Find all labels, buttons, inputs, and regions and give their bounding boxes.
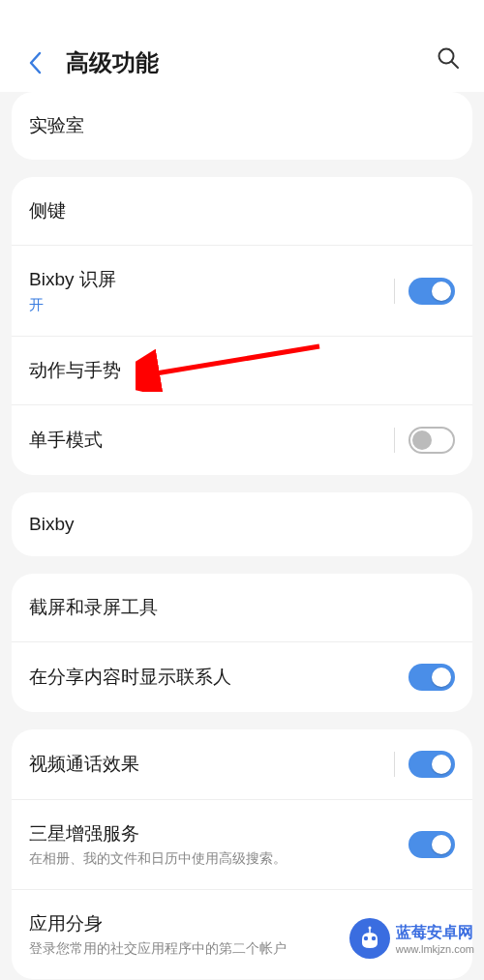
row-bixby-vision[interactable]: Bixby 识屏 开 xyxy=(12,246,472,337)
bixby-vision-label: Bixby 识屏 xyxy=(29,267,394,292)
row-screenshot[interactable]: 截屏和录屏工具 xyxy=(12,574,472,642)
watermark-url: www.lmkjzn.com xyxy=(396,943,474,955)
video-effect-toggle[interactable] xyxy=(408,751,455,778)
screenshot-label: 截屏和录屏工具 xyxy=(29,595,455,620)
one-hand-label: 单手模式 xyxy=(29,428,394,453)
section-labs: 实验室 xyxy=(12,92,472,160)
samsung-enhance-sub: 在相册、我的文件和日历中使用高级搜索。 xyxy=(29,850,408,868)
svg-line-1 xyxy=(452,62,458,68)
video-effect-label: 视频通话效果 xyxy=(29,752,394,777)
row-samsung-enhance[interactable]: 三星增强服务 在相册、我的文件和日历中使用高级搜索。 xyxy=(12,800,472,890)
watermark-icon xyxy=(349,918,390,959)
divider xyxy=(394,279,395,304)
divider xyxy=(394,428,395,453)
watermark-title: 蓝莓安卓网 xyxy=(396,923,474,943)
section-screenshot-group: 截屏和录屏工具 在分享内容时显示联系人 xyxy=(12,574,472,712)
row-bixby[interactable]: Bixby xyxy=(12,492,472,556)
search-button[interactable] xyxy=(434,44,463,73)
samsung-enhance-toggle[interactable] xyxy=(408,831,455,858)
svg-point-0 xyxy=(439,49,454,64)
section-bixby: Bixby xyxy=(12,492,472,556)
row-motion-gestures[interactable]: 动作与手势 xyxy=(12,337,472,405)
header: 高级功能 xyxy=(0,0,484,92)
labs-label: 实验室 xyxy=(29,113,455,138)
samsung-enhance-label: 三星增强服务 xyxy=(29,821,408,846)
svg-point-4 xyxy=(364,936,368,940)
search-icon xyxy=(437,46,460,70)
row-video-effect[interactable]: 视频通话效果 xyxy=(12,729,472,800)
chevron-left-icon xyxy=(28,51,42,74)
row-side-key[interactable]: 侧键 xyxy=(12,177,472,246)
row-labs[interactable]: 实验室 xyxy=(12,92,472,160)
section-side-key-group: 侧键 Bixby 识屏 开 动作与手势 单手模式 xyxy=(12,177,472,475)
side-key-label: 侧键 xyxy=(29,198,455,223)
divider xyxy=(394,752,395,777)
watermark: 蓝莓安卓网 www.lmkjzn.com xyxy=(349,918,474,959)
svg-point-7 xyxy=(368,927,371,930)
one-hand-toggle[interactable] xyxy=(408,427,455,454)
share-contacts-toggle[interactable] xyxy=(408,664,455,691)
back-button[interactable] xyxy=(21,49,48,76)
share-contacts-label: 在分享内容时显示联系人 xyxy=(29,665,408,690)
bixby-label: Bixby xyxy=(29,514,455,535)
row-one-hand[interactable]: 单手模式 xyxy=(12,405,472,475)
motion-label: 动作与手势 xyxy=(29,358,455,383)
row-share-contacts[interactable]: 在分享内容时显示联系人 xyxy=(12,642,472,712)
page-title: 高级功能 xyxy=(66,47,159,78)
bixby-vision-toggle[interactable] xyxy=(408,278,455,305)
svg-point-5 xyxy=(372,936,376,940)
bixby-vision-status: 开 xyxy=(29,296,394,314)
